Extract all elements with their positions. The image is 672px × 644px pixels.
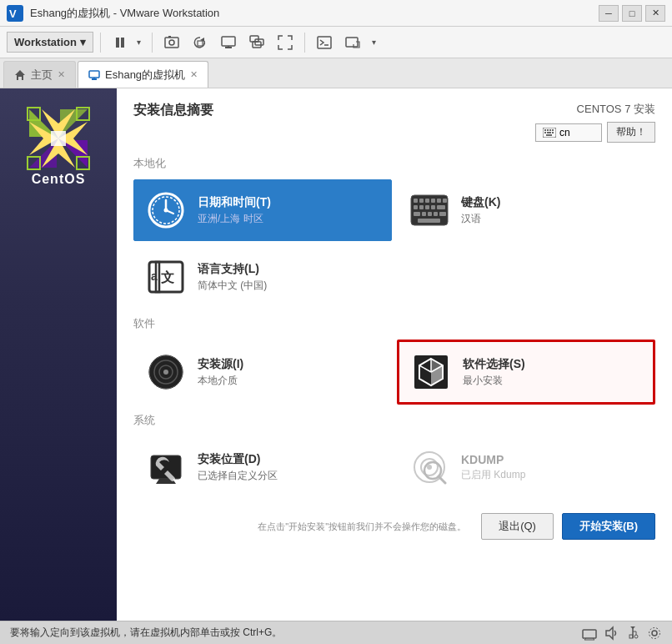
svg-text:a: a (151, 269, 158, 283)
resize-dropdown[interactable]: ▾ (369, 31, 380, 54)
content-footer: 在点击"开始安装"按钮前我们并不会操作您的磁盘。 退出(Q) 开始安装(B) (133, 506, 655, 543)
language-item[interactable]: a 文 语言支持(L) 简体中文 (中国) (133, 246, 392, 308)
keyboard-item[interactable]: 键盘(K) 汉语 (397, 179, 655, 241)
maximize-button[interactable]: □ (622, 5, 642, 22)
settings-status-icon (647, 626, 662, 641)
tab-vm[interactable]: Eshang的虚拟机 ✕ (78, 61, 208, 88)
datetime-item[interactable]: 日期和时间(T) 亚洲/上海 时区 (133, 179, 392, 241)
svg-point-74 (163, 370, 168, 375)
svg-rect-89 (583, 630, 596, 638)
language-subtitle: 简体中文 (中国) (198, 279, 267, 293)
vm-settings-button[interactable] (216, 31, 241, 54)
network-icon (582, 626, 597, 641)
svg-rect-8 (198, 41, 203, 46)
svg-rect-37 (547, 129, 549, 131)
snapshot-button[interactable] (159, 31, 184, 54)
snapshot-icon (164, 35, 179, 50)
software-grid: 安装源(I) 本地介质 (133, 340, 655, 405)
pause-button[interactable] (108, 31, 133, 54)
svg-point-100 (652, 631, 657, 636)
centos-logo (25, 105, 92, 172)
toolbar-separator-1 (100, 33, 101, 53)
svg-rect-43 (546, 134, 552, 136)
tab-home[interactable]: 主页 ✕ (3, 61, 76, 88)
clone-button[interactable] (244, 31, 269, 54)
svg-rect-30 (51, 131, 66, 146)
svg-rect-61 (414, 212, 420, 216)
svg-rect-59 (431, 205, 435, 209)
terminal-icon (317, 35, 332, 50)
svg-rect-64 (434, 212, 438, 216)
tab-bar: 主页 ✕ Eshang的虚拟机 ✕ (0, 58, 672, 88)
workstation-menu-button[interactable]: Workstation ▾ (7, 32, 93, 53)
svg-rect-62 (422, 212, 426, 216)
install-dest-subtitle: 已选择自定义分区 (198, 469, 278, 483)
resize-button[interactable] (340, 31, 365, 54)
content-area: 安装信息摘要 CENTOS 7 安装 (117, 88, 672, 621)
svg-rect-2 (116, 38, 119, 48)
language-icon: a 文 (144, 255, 188, 299)
svg-rect-56 (414, 205, 418, 209)
sound-icon (604, 626, 619, 641)
svg-rect-6 (168, 36, 171, 38)
localization-grid: 日期和时间(T) 亚洲/上海 时区 (133, 179, 655, 308)
fullscreen-button[interactable] (273, 31, 298, 54)
svg-rect-60 (437, 205, 445, 209)
centos-install-title: CENTOS 7 安装 (535, 102, 655, 117)
toolbar-separator-2 (152, 33, 153, 53)
svg-point-97 (634, 635, 638, 638)
svg-rect-55 (443, 199, 447, 203)
svg-point-5 (169, 40, 174, 45)
start-install-button[interactable]: 开始安装(B) (562, 513, 655, 540)
status-icons (582, 626, 662, 641)
fullscreen-icon (278, 35, 293, 50)
svg-rect-63 (428, 212, 432, 216)
svg-marker-95 (630, 626, 635, 629)
close-button[interactable]: ✕ (645, 5, 665, 22)
usb-icon (625, 626, 640, 641)
install-source-subtitle: 本地介质 (198, 374, 243, 388)
svg-point-86 (427, 465, 432, 470)
tab-home-close[interactable]: ✕ (58, 69, 65, 80)
localization-section-label: 本地化 (133, 156, 655, 171)
svg-rect-51 (419, 199, 424, 203)
title-bar: V Eshang的虚拟机 - VMware Workstation ─ □ ✕ (0, 0, 672, 27)
svg-rect-58 (425, 205, 429, 209)
datetime-title: 日期和时间(T) (198, 195, 271, 210)
tab-vm-close[interactable]: ✕ (190, 69, 198, 80)
toolbar-group-1: ▾ (108, 31, 145, 54)
system-grid: 安装位置(D) 已选择自定义分区 KDUMP (133, 436, 655, 498)
toolbar-separator-3 (304, 33, 305, 53)
minimize-button[interactable]: ─ (599, 5, 619, 22)
pause-dropdown[interactable]: ▾ (133, 31, 145, 54)
exit-button[interactable]: 退出(Q) (481, 513, 554, 540)
keyboard-input[interactable]: cn (535, 123, 602, 142)
vm-tab-icon (88, 69, 100, 81)
software-selection-item[interactable]: 软件选择(S) 最小安装 (397, 340, 655, 405)
pause-icon (113, 36, 127, 49)
keyboard-row: cn 帮助！ (535, 122, 655, 143)
keyboard-item-icon (408, 189, 451, 232)
software-selection-title: 软件选择(S) (463, 357, 525, 372)
help-button[interactable]: 帮助！ (607, 122, 655, 143)
install-source-item[interactable]: 安装源(I) 本地介质 (133, 340, 392, 405)
svg-rect-54 (437, 199, 441, 203)
content-header: 安装信息摘要 CENTOS 7 安装 (133, 102, 655, 143)
install-dest-item[interactable]: 安装位置(D) 已选择自定义分区 (133, 436, 392, 498)
svg-point-101 (649, 627, 660, 638)
svg-marker-93 (606, 627, 613, 639)
vm-settings-icon (221, 35, 236, 50)
centos-install-info: CENTOS 7 安装 (535, 102, 655, 143)
svg-rect-53 (431, 199, 435, 203)
datetime-icon (144, 189, 188, 232)
svg-rect-9 (222, 37, 235, 46)
svg-rect-19 (89, 71, 99, 78)
svg-rect-40 (544, 132, 546, 133)
language-title: 语言支持(L) (198, 262, 267, 277)
kdump-item[interactable]: KDUMP 已启用 Kdump (397, 436, 655, 498)
terminal-button[interactable] (312, 31, 337, 54)
revert-button[interactable] (188, 31, 213, 54)
resize-icon (345, 35, 360, 50)
svg-rect-66 (418, 219, 440, 223)
software-selection-icon (409, 350, 453, 394)
